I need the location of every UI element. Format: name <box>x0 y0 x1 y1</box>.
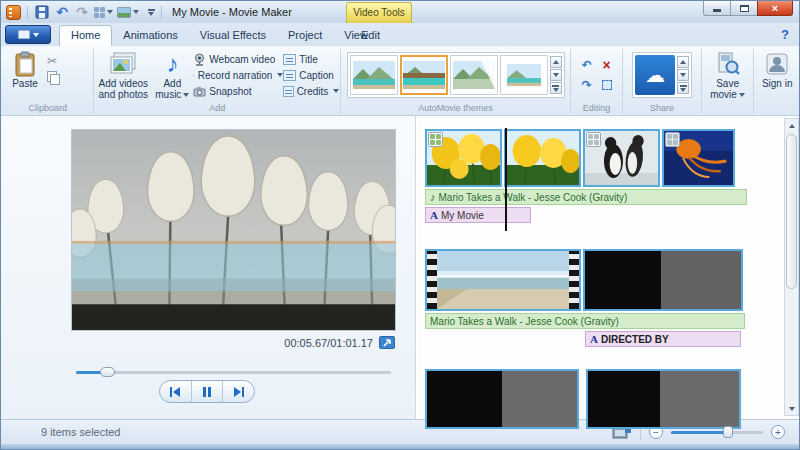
group-save-movie: Save movie <box>703 47 753 115</box>
preview-monitor[interactable] <box>71 129 396 331</box>
clip-jellyfish[interactable] <box>662 129 735 187</box>
caption-button[interactable]: Caption <box>283 68 339 82</box>
zoom-thumb[interactable] <box>723 426 733 438</box>
rotate-right-button[interactable]: ↷ <box>578 76 596 94</box>
theme-selected[interactable] <box>400 55 448 95</box>
music-track-1[interactable]: ♪ Mario Takes a Walk - Jesse Cook (Gravi… <box>425 189 747 205</box>
scrollbar-track[interactable] <box>785 132 798 402</box>
zoom-slider[interactable] <box>671 426 763 438</box>
select-all-button[interactable] <box>598 76 616 94</box>
tab-edit[interactable]: Edit <box>350 26 391 46</box>
title-button[interactable]: Title <box>283 52 339 66</box>
copy-icon <box>47 71 58 83</box>
themes-scroll-up-button[interactable] <box>550 56 562 68</box>
layout-gallery-button[interactable] <box>94 4 113 20</box>
help-icon[interactable]: ? <box>781 27 789 42</box>
photos-icon <box>109 50 137 78</box>
clip-black-fade-2[interactable] <box>425 369 579 429</box>
add-music-button[interactable]: ♪ Add music <box>151 50 193 100</box>
main-content: 00:05.67/01:01.17 <box>1 116 800 419</box>
redo-button[interactable]: ↷ <box>74 4 90 20</box>
scroll-down-button[interactable] <box>785 402 798 415</box>
chevron-down-icon <box>33 33 39 37</box>
tab-project[interactable]: Project <box>277 26 333 46</box>
copy-button[interactable] <box>47 70 58 84</box>
triangle-down-icon <box>553 73 559 77</box>
clip-tulips-2[interactable] <box>504 129 581 187</box>
theme-sepia[interactable] <box>450 55 498 95</box>
title-track-text: My Movie <box>441 210 484 221</box>
close-button[interactable]: × <box>757 1 793 16</box>
triangle-up-icon <box>789 124 795 128</box>
clip-black-fade-1[interactable] <box>583 249 743 311</box>
share-more-button[interactable] <box>677 82 689 94</box>
rotate-right-icon: ↷ <box>581 78 591 92</box>
app-menu-button[interactable] <box>5 4 21 20</box>
customize-qat-button[interactable] <box>143 4 159 20</box>
snapshot-button[interactable]: Snapshot <box>193 84 283 98</box>
music-track-text: Mario Takes a Walk - Jesse Cook (Gravity… <box>430 316 619 327</box>
title-track[interactable]: A My Movie <box>425 207 531 223</box>
save-movie-button[interactable]: Save movie <box>705 50 751 100</box>
preview-pane: 00:05.67/01:01.17 <box>1 116 416 419</box>
sign-in-button[interactable]: Sign in <box>757 50 797 89</box>
theme-default[interactable] <box>350 55 398 95</box>
file-menu-button[interactable] <box>5 25 51 44</box>
group-editing: ↶ × ↷ Editing <box>572 47 622 115</box>
transition-icon[interactable] <box>586 132 601 147</box>
group-separator <box>570 49 571 113</box>
zoom-in-button[interactable]: + <box>771 425 785 439</box>
next-frame-icon <box>232 385 246 399</box>
webcam-video-button[interactable]: Webcam video <box>193 52 283 66</box>
seek-track[interactable] <box>76 371 391 374</box>
minimize-button[interactable] <box>703 1 730 16</box>
storyboard-pane: ♪ Mario Takes a Walk - Jesse Cook (Gravi… <box>417 116 800 419</box>
maximize-button[interactable] <box>730 1 757 16</box>
theme-pan-zoom[interactable] <box>500 55 548 95</box>
share-scroll-up-button[interactable] <box>677 56 689 68</box>
paste-button[interactable]: Paste <box>3 50 47 89</box>
playhead[interactable] <box>505 128 507 231</box>
remove-icon: × <box>602 57 610 73</box>
clip-beach-filmstrip[interactable] <box>425 249 581 311</box>
transition-icon[interactable] <box>428 132 443 147</box>
music-track-2[interactable]: Mario Takes a Walk - Jesse Cook (Gravity… <box>425 313 745 329</box>
themes-scroll-down-button[interactable] <box>550 69 562 81</box>
contextual-tab-video-tools[interactable]: Video Tools <box>346 2 412 23</box>
preview-size-button[interactable] <box>117 4 139 20</box>
timeline-scrollbar[interactable] <box>784 118 799 416</box>
seek-slider[interactable] <box>76 366 391 378</box>
clip-penguins[interactable] <box>583 129 660 187</box>
fullscreen-button[interactable] <box>379 336 395 349</box>
scroll-up-button[interactable] <box>785 119 798 132</box>
undo-button[interactable]: ↶ <box>54 4 70 20</box>
clip-tulips-1[interactable] <box>425 129 502 187</box>
scrollbar-thumb[interactable] <box>786 134 797 289</box>
previous-frame-button[interactable] <box>160 381 191 402</box>
record-narration-button[interactable]: Record narration <box>193 68 283 82</box>
movie-maker-icon <box>6 5 21 20</box>
add-videos-button[interactable]: Add videos and photos <box>95 50 151 100</box>
themes-more-button[interactable] <box>550 82 562 94</box>
cloud-icon: ☁ <box>645 63 665 87</box>
onedrive-share-button[interactable]: ☁ <box>635 55 675 95</box>
tab-animations[interactable]: Animations <box>112 26 188 46</box>
caption-track[interactable]: A DIRECTED BY <box>585 331 741 347</box>
seek-thumb[interactable] <box>100 367 115 377</box>
remove-button[interactable]: × <box>598 56 616 74</box>
credits-button[interactable]: Credits <box>283 84 339 98</box>
tab-visual-effects[interactable]: Visual Effects <box>189 26 277 46</box>
clip-black-fade-3[interactable] <box>586 369 741 429</box>
transition-icon[interactable] <box>665 132 680 147</box>
selection-box-icon <box>602 80 612 90</box>
rotate-left-button[interactable]: ↶ <box>578 56 596 74</box>
next-frame-button[interactable] <box>222 381 254 402</box>
chevron-down-icon <box>183 93 189 97</box>
fade-thumbnail <box>585 251 741 309</box>
tab-home[interactable]: Home <box>59 25 112 46</box>
cut-button[interactable]: ✂ <box>47 54 58 68</box>
group-share: ☁ Share <box>624 47 699 115</box>
share-scroll-down-button[interactable] <box>677 69 689 81</box>
save-button[interactable] <box>34 4 50 20</box>
pause-button[interactable] <box>191 381 223 402</box>
